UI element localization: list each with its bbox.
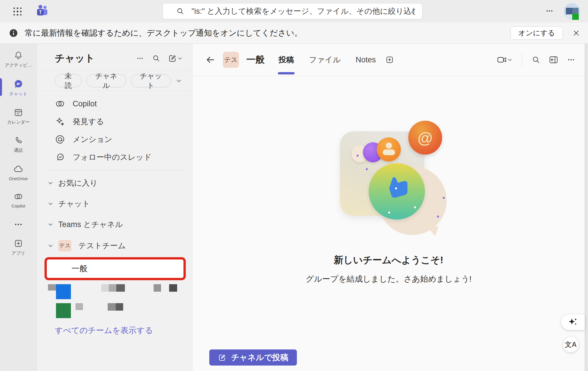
welcome-illustration: @	[323, 121, 455, 234]
sidebar-more-icon[interactable]	[135, 53, 146, 64]
rail-item-label: カレンダー	[7, 119, 30, 125]
person-icon	[386, 143, 392, 149]
channel-more-icon[interactable]	[565, 54, 577, 66]
channel-tabs: 投稿 ファイル Notes	[278, 44, 376, 76]
topbar-more-icon[interactable]	[545, 6, 554, 16]
sidebar-search-icon[interactable]	[151, 53, 162, 64]
cloud-icon	[13, 164, 24, 174]
meet-now-video-icon[interactable]	[496, 53, 514, 66]
redacted-team-avatar	[56, 303, 71, 318]
translate-button[interactable]: 文A	[563, 337, 579, 352]
add-tab-icon[interactable]	[384, 54, 395, 66]
back-arrow-icon[interactable]	[204, 54, 216, 66]
svg-text:T: T	[39, 9, 42, 15]
sidebar-item-discover[interactable]: 発見する	[37, 113, 192, 130]
chevron-down-icon	[47, 201, 54, 207]
filter-channels[interactable]: チャネル	[86, 74, 126, 87]
translate-icon: 文A	[565, 340, 577, 349]
person-icon	[383, 149, 395, 155]
banner-close-icon[interactable]	[572, 29, 581, 37]
copilot-icon	[55, 99, 65, 109]
section-chats[interactable]: チャット	[37, 193, 192, 214]
rail-item-copilot[interactable]: Copilot	[0, 188, 37, 212]
filter-unread[interactable]: 未読	[55, 74, 82, 87]
decorative-dot	[366, 168, 368, 170]
welcome-heading: 新しいチームへようこそ!	[192, 254, 585, 267]
channel-header-actions	[496, 53, 577, 66]
rail-item-apps[interactable]: アプリ	[0, 235, 37, 259]
rail-item-onedrive[interactable]: OneDrive	[0, 160, 37, 184]
redacted-block	[154, 284, 161, 292]
redacted-team-row[interactable]	[47, 302, 192, 319]
sidebar-header: チャット	[37, 44, 192, 71]
new-chat-compose-icon[interactable]	[167, 53, 184, 64]
chevron-down-icon	[47, 180, 54, 186]
team-name: テストチーム	[78, 241, 126, 251]
content-area: アクティビ… チャット カレンダー	[0, 44, 588, 371]
teams-logo: T	[35, 4, 49, 18]
at-mention-badge: @	[408, 121, 442, 155]
section-teams-and-channels[interactable]: Teams とチャネル	[37, 214, 192, 235]
rail-item-calls[interactable]: 通話	[0, 132, 37, 156]
post-in-channel-button[interactable]: チャネルで投稿	[209, 349, 297, 366]
app-launcher-waffle-icon[interactable]	[13, 7, 22, 16]
sparkles-icon	[568, 317, 579, 328]
phone-icon	[13, 136, 23, 145]
show-all-teams-link[interactable]: すべてのチームを表示する	[37, 320, 192, 336]
sidebar-item-label: メンション	[73, 134, 112, 145]
apps-icon	[13, 239, 23, 248]
team-item-test-team[interactable]: テス テストチーム	[37, 235, 192, 257]
redacted-block	[101, 284, 109, 292]
copilot-sparkle-button[interactable]	[561, 314, 585, 330]
chevron-down-icon	[47, 243, 54, 249]
welcome-content: @ 新しいチームへようこそ! グループを結成しました。さあ始めましょう!	[192, 76, 585, 371]
active-indicator	[0, 78, 2, 96]
channel-item-general[interactable]: 一般	[47, 259, 183, 278]
chevron-down-icon	[47, 221, 54, 228]
thread-check-icon	[55, 152, 65, 162]
team-avatar-badge: テス	[58, 240, 71, 251]
decorative-dot	[357, 155, 359, 157]
chevron-down-icon	[177, 55, 183, 61]
rail-item-activity[interactable]: アクティビ…	[0, 47, 37, 71]
more-icon	[13, 220, 23, 229]
channel-search-icon[interactable]	[530, 54, 542, 66]
redacted-block	[108, 303, 116, 311]
rail-item-label: Copilot	[11, 203, 25, 209]
rail-more-apps[interactable]	[0, 216, 37, 231]
filters-collapse-chevron[interactable]	[175, 77, 182, 84]
filter-pills-row: 未読 チャネル チャット	[37, 71, 192, 91]
avatar[interactable]	[564, 3, 580, 19]
rail-item-label: アプリ	[11, 250, 25, 256]
rail-item-chat[interactable]: チャット	[0, 75, 37, 100]
global-search-bar[interactable]	[163, 3, 422, 19]
filter-chats[interactable]: チャット	[131, 74, 171, 87]
channel-main-panel: テス 一般 投稿 ファイル Notes	[192, 44, 585, 371]
notification-banner: 常に最新情報を確認するために、デスクトップ通知をオンにしてください。 オンにする	[0, 22, 588, 44]
tab-notes[interactable]: Notes	[356, 44, 376, 76]
turn-on-notifications-button[interactable]: オンにする	[510, 26, 563, 40]
rail-item-label: 通話	[14, 147, 23, 153]
tab-files[interactable]: ファイル	[309, 44, 341, 76]
sidebar-item-followed-threads[interactable]: フォロー中のスレッド	[37, 148, 192, 166]
chat-icon	[13, 79, 24, 89]
banner-message: 常に最新情報を確認するために、デスクトップ通知をオンにしてください。	[25, 28, 302, 39]
search-icon	[176, 7, 185, 16]
sidebar-item-copilot[interactable]: Copilot	[37, 95, 192, 113]
sidebar-divider	[47, 170, 183, 170]
chevron-down-icon	[507, 57, 513, 63]
open-details-pane-icon[interactable]	[548, 54, 560, 66]
presence-status-badge	[572, 14, 579, 20]
sidebar-shortcut-list: Copilot 発見する メンション	[37, 91, 192, 166]
compose-icon	[218, 353, 227, 362]
rail-item-calendar[interactable]: カレンダー	[0, 104, 37, 128]
section-favorites[interactable]: お気に入り	[37, 173, 192, 193]
rail-item-label: OneDrive	[9, 176, 28, 181]
channel-title: 一般	[246, 53, 265, 66]
tab-posts[interactable]: 投稿	[278, 44, 294, 76]
channel-name: 一般	[71, 263, 88, 274]
search-input[interactable]	[192, 7, 415, 16]
sidebar-item-mentions[interactable]: メンション	[37, 130, 192, 148]
redacted-team-row[interactable]	[47, 284, 192, 301]
welcome-subtitle: グループを結成しました。さあ始めましょう!	[192, 274, 585, 285]
